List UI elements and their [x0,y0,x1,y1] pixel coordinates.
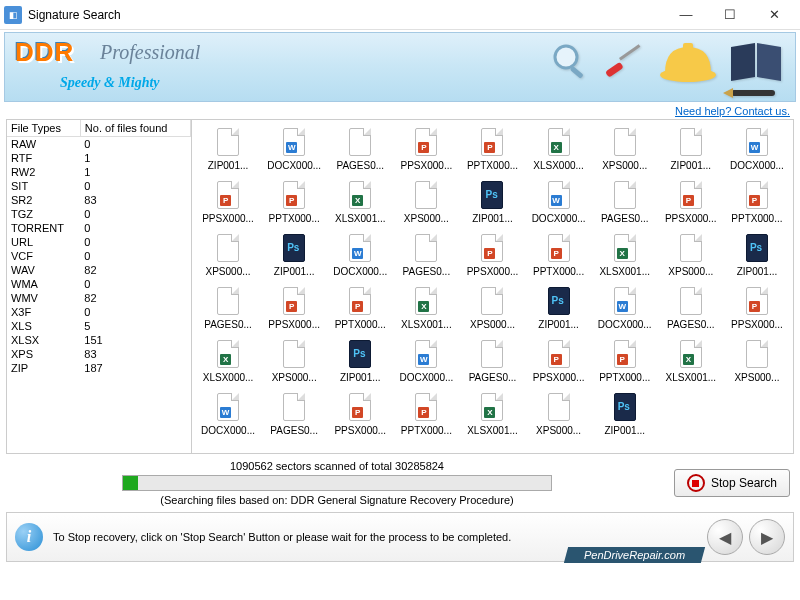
file-type-cell: RTF [7,151,80,165]
file-icon [478,338,506,370]
file-item[interactable]: WDOCX000... [527,177,591,226]
file-item [725,389,789,438]
file-label: PAGES0... [662,319,720,330]
col-file-count[interactable]: No. of files found [80,120,190,137]
file-item[interactable]: XXLSX001... [593,230,657,279]
file-item[interactable]: XPS000... [394,177,458,226]
file-item[interactable]: PPPSX000... [725,283,789,332]
file-icon [478,285,506,317]
file-item[interactable]: PsZIP001... [328,336,392,385]
table-row[interactable]: WAV82 [7,263,191,277]
file-item[interactable]: PsZIP001... [460,177,524,226]
file-item[interactable]: XPS000... [593,124,657,173]
table-row[interactable]: RW21 [7,165,191,179]
file-item[interactable]: PAGES0... [460,336,524,385]
file-item[interactable]: PAGES0... [394,230,458,279]
table-row[interactable]: ZIP187 [7,361,191,375]
help-link[interactable]: Need help? Contact us. [675,105,790,117]
forward-button[interactable]: ▶ [749,519,785,555]
back-button[interactable]: ◀ [707,519,743,555]
book-icon [727,37,785,85]
file-item[interactable]: XPS000... [460,283,524,332]
file-item[interactable]: PsZIP001... [593,389,657,438]
table-row[interactable]: XPS83 [7,347,191,361]
file-item[interactable]: PPPSX000... [527,336,591,385]
file-item[interactable]: PPPTX000... [593,336,657,385]
file-item[interactable]: WDOCX000... [593,283,657,332]
file-item[interactable]: PPPSX000... [460,230,524,279]
file-icon [743,338,771,370]
file-item[interactable]: ZIP001... [196,124,260,173]
file-item[interactable]: XPS000... [659,230,723,279]
table-row[interactable]: TORRENT0 [7,221,191,235]
file-item[interactable]: XXLSX001... [394,283,458,332]
file-icon [677,126,705,158]
file-item[interactable]: PAGES0... [659,283,723,332]
file-label: DOCX000... [199,425,257,436]
file-item[interactable]: PsZIP001... [527,283,591,332]
file-item[interactable]: PPPSX000... [328,389,392,438]
file-item[interactable]: WDOCX000... [725,124,789,173]
table-row[interactable]: URL0 [7,235,191,249]
table-row[interactable]: WMV82 [7,291,191,305]
file-item[interactable]: WDOCX000... [394,336,458,385]
file-label: ZIP001... [728,266,786,277]
file-item[interactable]: XPS000... [262,336,326,385]
file-item[interactable]: PAGES0... [328,124,392,173]
table-row[interactable]: RTF1 [7,151,191,165]
file-item[interactable]: XXLSX000... [196,336,260,385]
file-icon: P [478,126,506,158]
file-types-table-scroll[interactable]: File Types No. of files found RAW0RTF1RW… [7,120,191,453]
file-item[interactable]: ZIP001... [659,124,723,173]
table-row[interactable]: XLSX151 [7,333,191,347]
file-item[interactable]: PsZIP001... [262,230,326,279]
file-icon [214,126,242,158]
file-count-cell: 0 [80,235,190,249]
file-item[interactable]: PPPSX000... [659,177,723,226]
file-item[interactable]: XXLSX001... [328,177,392,226]
table-row[interactable]: TGZ0 [7,207,191,221]
file-item[interactable]: PPPTX000... [460,124,524,173]
file-item[interactable]: PPPTX000... [262,177,326,226]
file-item[interactable]: PPPSX000... [394,124,458,173]
file-icon: W [743,126,771,158]
minimize-button[interactable]: — [664,0,708,30]
file-type-cell: XPS [7,347,80,361]
file-item[interactable]: XPS000... [196,230,260,279]
file-item[interactable]: PPPTX000... [527,230,591,279]
file-item[interactable]: WDOCX000... [328,230,392,279]
maximize-button[interactable]: ☐ [708,0,752,30]
stop-search-button[interactable]: Stop Search [674,469,790,497]
file-item[interactable]: PPPTX000... [394,389,458,438]
file-item[interactable]: PPPTX000... [725,177,789,226]
file-item[interactable]: PPPTX000... [328,283,392,332]
file-item[interactable]: PsZIP001... [725,230,789,279]
file-item[interactable]: XXLSX001... [659,336,723,385]
file-item[interactable]: XPS000... [527,389,591,438]
file-item[interactable]: XXLSX000... [527,124,591,173]
table-row[interactable]: SR283 [7,193,191,207]
file-item[interactable]: WDOCX000... [262,124,326,173]
file-item[interactable]: XXLSX001... [460,389,524,438]
file-item[interactable]: XPS000... [725,336,789,385]
file-count-cell: 5 [80,319,190,333]
table-row[interactable]: VCF0 [7,249,191,263]
file-item[interactable]: PAGES0... [196,283,260,332]
file-label: XLSX001... [397,319,455,330]
file-item[interactable]: PAGES0... [262,389,326,438]
table-row[interactable]: SIT0 [7,179,191,193]
table-row[interactable]: WMA0 [7,277,191,291]
table-row[interactable]: XLS5 [7,319,191,333]
file-item[interactable]: WDOCX000... [196,389,260,438]
file-icon [280,338,308,370]
file-item[interactable]: PAGES0... [593,177,657,226]
close-button[interactable]: ✕ [752,0,796,30]
file-item[interactable]: PPPSX000... [262,283,326,332]
table-row[interactable]: X3F0 [7,305,191,319]
file-grid-scroll[interactable]: ZIP001...WDOCX000...PAGES0...PPPSX000...… [192,120,793,453]
table-row[interactable]: RAW0 [7,137,191,152]
col-file-types[interactable]: File Types [7,120,80,137]
file-icon: P [346,391,374,423]
svg-rect-5 [683,43,693,55]
file-item[interactable]: PPPSX000... [196,177,260,226]
